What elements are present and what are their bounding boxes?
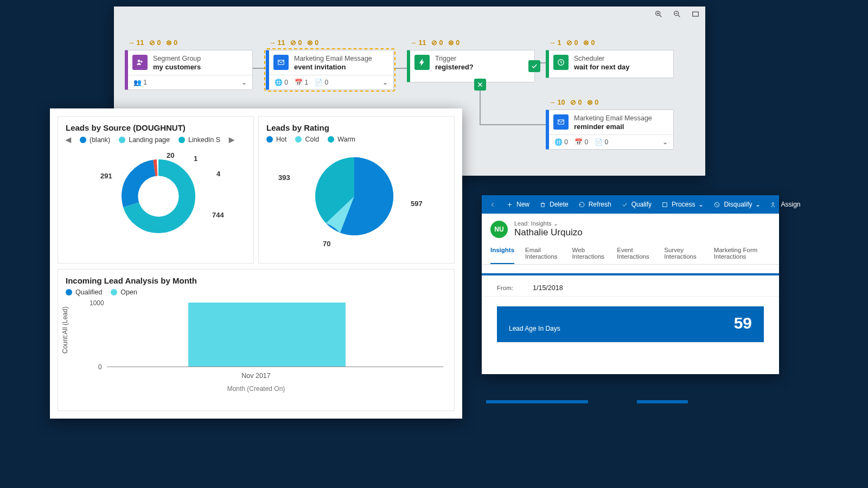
node-sub: wait for next day: [574, 63, 630, 72]
node-stats: →10 ⊘0 ⊗0: [549, 98, 598, 106]
chevron-down-icon: ⌄: [553, 220, 558, 227]
kpi-value: 59: [734, 314, 752, 332]
legend-next-icon[interactable]: ▶: [229, 136, 234, 144]
tab-web-interactions[interactable]: Web Interactions: [572, 242, 607, 264]
bar-open: [188, 303, 346, 367]
calendar-icon: 📅 0: [575, 138, 588, 146]
x-axis-label: Month (Created On): [58, 385, 454, 393]
y-axis-label: Count:All (Lead): [61, 306, 69, 354]
chart-title: Incoming Lead Analysis by Month: [58, 269, 454, 288]
avatar: NU: [490, 221, 508, 238]
journey-node-trigger[interactable]: →11 ⊘0 ⊗0 Trigger registered?: [407, 50, 535, 82]
node-sub: my customers: [153, 63, 201, 72]
chart-title: Leads by Source (DOUGHNUT): [58, 117, 253, 136]
journey-node-email-reminder[interactable]: →10 ⊘0 ⊗0 Marketing Email Message remind…: [546, 110, 674, 150]
file-icon: 📄 0: [595, 138, 608, 146]
chevron-down-icon: ⌄: [698, 201, 704, 208]
zoom-out-icon[interactable]: [673, 10, 681, 20]
close-icon: [474, 79, 486, 91]
slice-label: 70: [323, 240, 330, 248]
x-tick: Nov 2017: [58, 372, 454, 380]
process-button[interactable]: Process ⌄: [657, 198, 708, 210]
accent-bar: [637, 400, 688, 403]
from-label: From:: [497, 285, 523, 291]
command-bar: New Delete Refresh Qualify Process ⌄ Dis…: [482, 195, 779, 214]
email-icon: [273, 55, 289, 70]
chart-legend: ◀ (blank) Landing page LinkedIn S ▶: [58, 136, 253, 147]
clock-icon: [553, 55, 569, 70]
people-icon: 👥 1: [133, 79, 147, 86]
record-name: Nathalie Urquizo: [514, 227, 583, 238]
node-sub: registered?: [435, 63, 474, 72]
chevron-down-icon[interactable]: ⌄: [662, 138, 668, 146]
delete-button[interactable]: Delete: [535, 198, 573, 210]
tab-email-interactions[interactable]: Email Interactions: [525, 242, 561, 264]
zoom-in-icon[interactable]: [654, 10, 663, 20]
legend-prev-icon[interactable]: ◀: [66, 136, 71, 144]
lead-record-panel: New Delete Refresh Qualify Process ⌄ Dis…: [482, 195, 779, 374]
node-title: Scheduler: [574, 55, 630, 63]
slice-label: 1: [194, 155, 197, 163]
disqualify-button[interactable]: Disqualify ⌄: [709, 198, 765, 210]
slice-label: 20: [167, 151, 174, 159]
chevron-down-icon: ⌄: [755, 201, 761, 208]
chevron-down-icon[interactable]: ⌄: [241, 79, 247, 86]
svg-line-1: [660, 15, 661, 17]
calendar-icon: 📅 1: [295, 79, 308, 86]
tab-survey-interactions[interactable]: Survey Interactions: [664, 242, 703, 264]
tab-form-interactions[interactable]: Marketing Form Interactions: [714, 242, 770, 264]
new-button[interactable]: New: [502, 198, 534, 210]
chart-title: Leads by Rating: [259, 117, 454, 136]
svg-rect-22: [541, 203, 544, 207]
back-button[interactable]: [485, 199, 501, 210]
node-sub: reminder email: [574, 123, 652, 131]
node-stats: →1 ⊘0 ⊗0: [549, 38, 595, 47]
svg-rect-7: [693, 12, 699, 16]
chart-legend: Hot Cold Warm: [259, 136, 454, 146]
slice-label: 4: [216, 170, 220, 178]
from-date-input[interactable]: [533, 284, 618, 292]
chevron-down-icon[interactable]: ⌄: [382, 79, 388, 86]
svg-point-18: [138, 176, 179, 217]
record-tabs: Insights Email Interactions Web Interact…: [482, 242, 779, 265]
node-stats: →11 ⊘0 ⊗0: [269, 38, 318, 47]
node-title: Segment Group: [153, 55, 201, 63]
check-icon: [528, 60, 540, 72]
journey-node-segment[interactable]: →11 ⊘0 ⊗0 Segment Group my customers 👥 1…: [125, 50, 253, 90]
slice-label: 291: [100, 172, 112, 180]
chart-leads-by-rating[interactable]: Leads by Rating Hot Cold Warm 597 393 70: [258, 116, 455, 264]
chart-legend: Qualified Open: [58, 288, 454, 299]
svg-point-8: [138, 60, 140, 62]
file-icon: 📄 0: [315, 79, 328, 86]
node-title: Marketing Email Message: [294, 55, 372, 63]
node-stats: →11 ⊘0 ⊗0: [410, 38, 459, 47]
svg-rect-25: [663, 202, 667, 207]
chart-leads-by-source[interactable]: Leads by Source (DOUGHNUT) ◀ (blank) Lan…: [58, 116, 254, 264]
kpi-lead-age: Lead Age In Days 59: [497, 306, 764, 342]
qualify-button[interactable]: Qualify: [617, 198, 656, 210]
journey-node-email-invitation[interactable]: →11 ⊘0 ⊗0 Marketing Email Message event …: [266, 50, 394, 90]
kpi-label: Lead Age In Days: [509, 325, 560, 332]
refresh-button[interactable]: Refresh: [574, 198, 616, 210]
assign-button[interactable]: Assign: [766, 198, 805, 210]
slice-label: 597: [411, 200, 423, 208]
journey-node-scheduler[interactable]: →1 ⊘0 ⊗0 Scheduler wait for next day: [546, 50, 674, 78]
dashboard-panel: Leads by Source (DOUGHNUT) ◀ (blank) Lan…: [50, 108, 462, 419]
svg-point-28: [773, 202, 774, 204]
slice-label: 744: [212, 211, 224, 219]
chart-incoming-lead-month[interactable]: Incoming Lead Analysis by Month Qualifie…: [58, 269, 455, 411]
accent-bar: [486, 400, 588, 403]
breadcrumb[interactable]: Lead: Insights ⌄: [514, 220, 583, 227]
segment-icon: [132, 55, 148, 70]
tab-event-interactions[interactable]: Event Interactions: [617, 242, 653, 264]
fit-icon[interactable]: [691, 10, 700, 20]
node-title: Marketing Email Message: [574, 114, 652, 123]
email-icon: [553, 114, 569, 130]
svg-point-9: [141, 61, 142, 62]
trigger-icon: [414, 55, 430, 70]
slice-label: 393: [278, 174, 290, 182]
node-sub: event invitation: [294, 63, 372, 72]
node-title: Trigger: [435, 55, 474, 63]
globe-icon: 🌐 0: [275, 79, 288, 86]
tab-insights[interactable]: Insights: [490, 242, 514, 264]
